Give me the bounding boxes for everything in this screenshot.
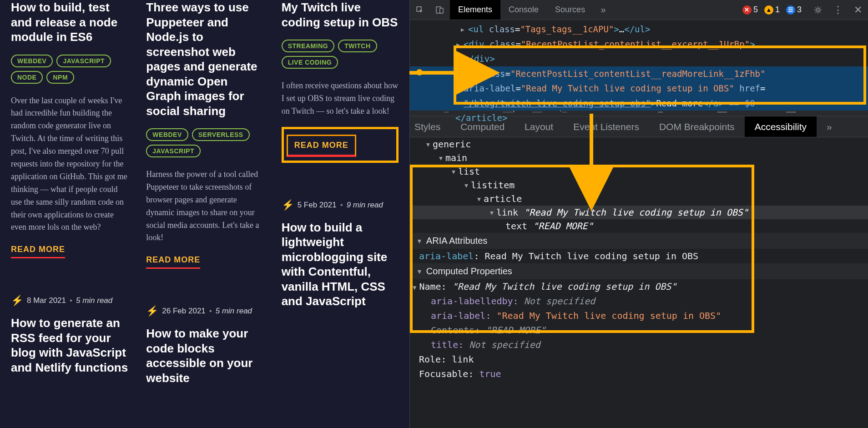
tree-node[interactable]: text "READ MORE" [410, 219, 868, 233]
error-count-badge[interactable]: ✕5 [742, 5, 758, 15]
read-time: 5 min read [216, 307, 252, 316]
separator-dot: • [209, 307, 212, 316]
tag-list: STREAMING TWITCH LIVE CODING [282, 40, 399, 69]
dom-href[interactable]: "/blog/twitch-live-coding-setup-obs" [464, 98, 651, 108]
dom-tree[interactable]: ▸<ul class="Tags_tags__1cAPU">…</ul> ▸<d… [410, 20, 868, 98]
tab-console[interactable]: Console [500, 0, 547, 20]
kv-key: aria-labelledby: [431, 296, 519, 307]
device-toggle-icon[interactable] [430, 0, 450, 20]
computed-row-role: Role: link [410, 352, 868, 367]
settings-gear-icon[interactable] [808, 0, 828, 20]
dom-line[interactable]: ▸<div class="RecentPostList_contentList_… [410, 37, 868, 52]
read-more-link[interactable]: READ MORE [11, 245, 65, 258]
tab-elements[interactable]: Elements [450, 0, 500, 20]
post-excerpt: I often receive questions about how I se… [282, 80, 399, 118]
post-column-1: How to build, test and release a node mo… [11, 0, 128, 428]
kv-value: Read My Twitch live coding setup in OBS [485, 251, 699, 262]
breakpoint-dot-icon[interactable] [416, 69, 423, 76]
kv-value: Not specified [469, 339, 540, 350]
computed-properties-header[interactable]: ▼Computed Properties [410, 263, 868, 279]
kebab-menu-icon[interactable]: ⋮ [828, 0, 848, 20]
accessibility-tree[interactable]: ▾generic ▾main ▾list ▾listitem ▾article … [410, 137, 868, 233]
post-title[interactable]: Three ways to use Puppeteer and Node.js … [146, 0, 263, 118]
dom-line-selected[interactable]: <a class="RecentPostList_contentList__re… [410, 66, 868, 81]
warning-count-badge[interactable]: ▲1 [764, 5, 780, 15]
tree-node-selected[interactable]: ▾link "Read My Twitch live coding setup … [410, 206, 868, 219]
dom-line-selected[interactable]: aria-label="Read My Twitch live coding s… [410, 81, 868, 96]
devtools-tab-bar: Elements Console Sources » ✕5 ▲1 ☰3 ⋮ ✕ [410, 0, 868, 20]
post-excerpt: Over the last couple of weeks I've had i… [11, 95, 128, 234]
post-meta: ⚡ 8 Mar 2021 • 5 min read [11, 295, 128, 307]
tag-list: WEBDEV SERVERLESS JAVASCRIPT [146, 128, 263, 157]
tab-sources[interactable]: Sources [547, 0, 593, 20]
kv-value: link [452, 354, 474, 365]
tag[interactable]: NPM [46, 71, 74, 84]
post-title[interactable]: How to make your code blocks accessible … [146, 326, 263, 385]
post-title[interactable]: My Twitch live coding setup in OBS [282, 0, 399, 30]
post-title[interactable]: How to build a lightweight microblogging… [282, 220, 399, 309]
aria-attributes-header[interactable]: ▼ARIA Attributes [410, 233, 868, 249]
blog-site: How to build, test and release a node mo… [0, 0, 409, 428]
dom-line[interactable]: </article> [410, 111, 868, 126]
computed-row-focusable: Focusable: true [410, 367, 868, 381]
accessibility-pane: ▾generic ▾main ▾list ▾listitem ▾article … [410, 137, 868, 428]
tree-node[interactable]: ▾list [410, 165, 868, 178]
tree-node[interactable]: ▾listitem [410, 178, 868, 192]
post-title[interactable]: How to generate an RSS feed for your blo… [11, 316, 128, 375]
annotation-box: READ MORE [282, 127, 399, 163]
post-title[interactable]: How to build, test and release a node mo… [11, 0, 128, 45]
kv-key: Contents: [431, 325, 480, 336]
read-more-link[interactable]: READ MORE [146, 255, 200, 269]
dom-line-selected[interactable]: "/blog/twitch-live-coding-setup-obs">Rea… [410, 96, 868, 111]
kv-value: "Read My Twitch live coding setup in OBS… [497, 310, 722, 321]
tree-node[interactable]: ▾generic [410, 137, 868, 151]
dom-text: Read more [656, 98, 703, 108]
devtools-panel: Elements Console Sources » ✕5 ▲1 ☰3 ⋮ ✕ … [409, 0, 868, 428]
post-excerpt: Harness the power of a tool called Puppe… [146, 168, 263, 244]
dom-$0: == $0 [724, 98, 755, 108]
tag[interactable]: JAVASCRIPT [146, 145, 201, 157]
computed-row-name[interactable]: ▼Name: "Read My Twitch live coding setup… [410, 279, 868, 294]
computed-row: title: Not specified [410, 337, 868, 352]
kv-key: Focusable: [419, 368, 474, 379]
dom-line[interactable]: ▸<ul class="Tags_tags__1cAPU">…</ul> [410, 22, 868, 37]
tree-node[interactable]: ▾main [410, 151, 868, 165]
read-time: 9 min read [347, 201, 383, 210]
dom-line[interactable]: </div> [410, 51, 868, 66]
post-column-2: Three ways to use Puppeteer and Node.js … [146, 0, 263, 428]
kv-key: title: [431, 339, 464, 350]
tag[interactable]: WEBDEV [11, 55, 53, 67]
aria-attr-row: aria-label: Read My Twitch live coding s… [410, 249, 868, 263]
kv-value: Not specified [524, 296, 595, 307]
kv-key: aria-label [419, 251, 474, 262]
tag[interactable]: JAVASCRIPT [56, 55, 111, 67]
post-date: 5 Feb 2021 [298, 201, 337, 210]
tag[interactable]: STREAMING [282, 40, 335, 52]
tag[interactable]: NODE [11, 71, 43, 84]
read-time: 5 min read [76, 296, 112, 305]
bolt-icon: ⚡ [146, 305, 158, 317]
kv-key: aria-label: [431, 310, 491, 321]
inspect-icon[interactable] [410, 0, 430, 20]
post-date: 26 Feb 2021 [162, 307, 205, 316]
post-meta: ⚡ 26 Feb 2021 • 5 min read [146, 305, 263, 317]
post-meta: ⚡ 5 Feb 2021 • 9 min read [282, 199, 399, 211]
kv-key: Role: [419, 354, 446, 365]
separator-dot: • [70, 296, 72, 305]
tag[interactable]: LIVE CODING [282, 56, 338, 69]
kv-value: "Read My Twitch live coding setup in OBS… [452, 281, 677, 292]
info-count: 3 [797, 5, 802, 15]
tag[interactable]: WEBDEV [146, 128, 188, 141]
info-count-badge[interactable]: ☰3 [786, 5, 802, 15]
post-date: 8 Mar 2021 [27, 296, 66, 305]
tag[interactable]: SERVERLESS [192, 128, 250, 141]
computed-row: Contents: "READ MORE" [410, 323, 868, 337]
close-icon[interactable]: ✕ [848, 0, 868, 20]
more-tabs-icon[interactable]: » [593, 0, 613, 20]
tree-node[interactable]: ▾article [410, 192, 868, 206]
read-more-link-highlighted[interactable]: READ MORE [287, 135, 356, 157]
post-column-3: My Twitch live coding setup in OBS STREA… [282, 0, 399, 428]
tag[interactable]: TWITCH [338, 40, 377, 52]
bolt-icon: ⚡ [11, 295, 23, 307]
bolt-icon: ⚡ [282, 199, 294, 211]
